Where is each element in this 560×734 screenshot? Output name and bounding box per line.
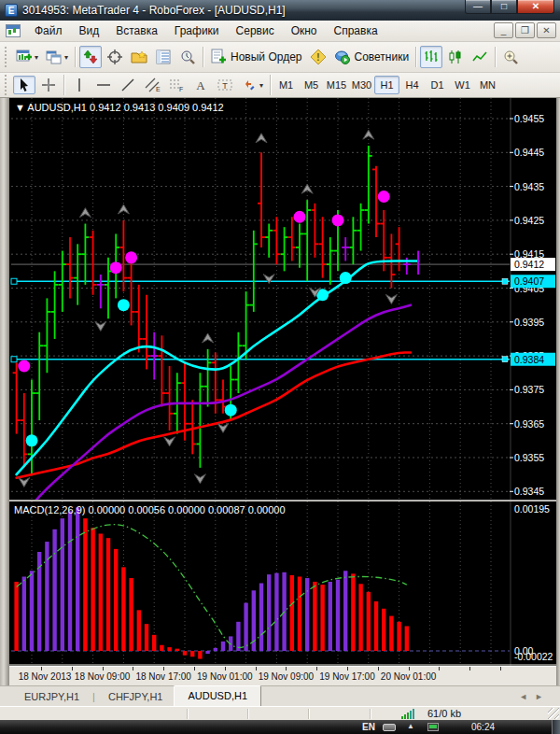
label-button[interactable]: T <box>214 76 236 94</box>
show-desktop-button[interactable] <box>552 720 560 734</box>
auto-scroll-button[interactable] <box>79 46 102 68</box>
timeframe-w1[interactable]: W1 <box>450 76 475 94</box>
menu-4[interactable]: Сервис <box>228 21 283 40</box>
price-axis-label: 0.9345 <box>514 486 544 497</box>
crosshair-target-button[interactable] <box>104 46 126 68</box>
macd-histogram-bar <box>91 528 94 651</box>
chart-tab-eurjpy[interactable]: EURJPY,H1 <box>13 688 91 706</box>
macd-indicator-panel[interactable]: 0.001950.00-0.00022MACD(12,26,9) 0.00000… <box>9 501 556 666</box>
line-chart-button[interactable] <box>469 46 491 68</box>
toolbar-separator <box>63 75 64 95</box>
zoom-in-icon <box>502 49 519 65</box>
language-indicator[interactable]: EN <box>362 722 375 732</box>
expert-advisors-label: Советники <box>355 50 410 64</box>
child-minimize-button[interactable]: _ <box>494 22 513 38</box>
alert-button[interactable]: ! <box>307 46 329 68</box>
templates-button[interactable] <box>128 46 150 68</box>
chart-tab-audusd[interactable]: AUDUSD,H1 <box>174 685 261 706</box>
cursor-button[interactable] <box>13 76 35 94</box>
trendline-button[interactable] <box>117 76 139 94</box>
macd-histogram-bar <box>244 603 247 651</box>
toolbar-separator <box>75 47 76 67</box>
toolbar-grip[interactable] <box>5 75 9 95</box>
macd-histogram-bar <box>343 571 347 651</box>
timeframe-h4[interactable]: H4 <box>399 76 425 94</box>
macd-histogram-bar <box>52 529 56 651</box>
expert-advisors-button[interactable]: Советники <box>331 46 413 68</box>
price-axis-label: 0.9455 <box>514 113 544 124</box>
fibo-icon: F <box>168 77 185 93</box>
child-restore-button[interactable]: ❐ <box>515 22 535 38</box>
timeframe-mn[interactable]: MN <box>475 76 500 94</box>
network-tray-icon[interactable] <box>427 723 439 731</box>
menu-0[interactable]: Файл <box>26 21 71 40</box>
chevron-down-icon[interactable]: ▾ <box>35 53 38 62</box>
window-edge-left <box>0 98 9 685</box>
macd-histogram-bar <box>83 518 87 651</box>
price-chart[interactable]: 0.94550.94450.94350.94250.94150.94050.93… <box>9 98 556 500</box>
keyboard-icon[interactable] <box>383 724 396 731</box>
timeframe-m30[interactable]: M30 <box>349 76 374 94</box>
close-button[interactable]: ✕ <box>517 0 554 14</box>
menu-3[interactable]: Графики <box>166 21 228 40</box>
minimize-button[interactable]: — <box>465 0 491 14</box>
data-window-icon <box>155 49 172 65</box>
svg-text:F: F <box>179 86 183 92</box>
macd-histogram-bar <box>152 635 156 651</box>
timeframe-m15[interactable]: M15 <box>324 76 349 94</box>
data-window-button[interactable] <box>152 46 175 68</box>
toolbar-grip[interactable] <box>5 47 9 67</box>
timeframe-m1[interactable]: M1 <box>273 76 299 94</box>
new-order-button[interactable]: Новый Ордер <box>207 46 304 68</box>
title-bar[interactable]: E 3014953: MetaTrader 4 - RoboForex - [A… <box>0 0 560 21</box>
menu-5[interactable]: Окно <box>283 21 326 40</box>
macd-histogram-bar <box>274 573 278 651</box>
crosshair-target-icon <box>106 49 123 65</box>
candlestick-icon <box>447 49 464 65</box>
status-bar: 61/0 kb <box>0 706 560 720</box>
chevron-down-icon[interactable]: ▾ <box>64 53 68 62</box>
chevron-down-icon[interactable]: ▾ <box>259 81 263 90</box>
profiles-button[interactable]: ▾ <box>43 46 71 68</box>
macd-histogram-bar <box>397 622 400 651</box>
tab-scroll-arrows[interactable]: ◄► <box>519 692 551 701</box>
text-button[interactable]: A <box>189 76 212 94</box>
window-title: 3014953: MetaTrader 4 - RoboForex - [AUD… <box>22 4 286 17</box>
menu-bar: ФайлВидВставкаГрафикиСервисОкноСправка _… <box>0 21 560 42</box>
hline-handle <box>11 278 17 284</box>
chart-tab-chfjpy[interactable]: CHFJPY,H1 <box>97 688 174 706</box>
menu-1[interactable]: Вид <box>71 21 108 40</box>
toolbar-separator <box>270 75 271 95</box>
zoom-in-button[interactable] <box>499 46 522 68</box>
channel-button[interactable]: E <box>141 76 163 94</box>
strategy-tester-button[interactable] <box>176 46 199 68</box>
vline-button[interactable] <box>68 76 91 94</box>
price-axis-label: 0.9355 <box>514 452 544 463</box>
macd-histogram-bar <box>61 518 64 651</box>
menu-2[interactable]: Вставка <box>107 21 166 40</box>
crosshair-button[interactable] <box>37 76 60 94</box>
candlestick-button[interactable] <box>444 46 467 68</box>
menu-6[interactable]: Справка <box>326 21 386 40</box>
macd-histogram-bar <box>313 582 316 651</box>
timeframe-h1[interactable]: H1 <box>374 76 399 94</box>
new-chart-button[interactable]: ▾ <box>13 46 41 68</box>
macd-histogram-bar <box>374 601 378 651</box>
chart-client-area: 0.94550.94450.94350.94250.94150.94050.93… <box>0 98 560 685</box>
hline-button[interactable] <box>92 76 115 94</box>
timeframe-d1[interactable]: D1 <box>425 76 450 94</box>
resize-grip[interactable] <box>548 708 559 719</box>
label-icon: T <box>217 77 233 93</box>
arrows-button[interactable]: ▾ <box>238 76 266 94</box>
child-close-button[interactable]: ✕ <box>537 22 556 38</box>
fibo-button[interactable]: F <box>165 76 188 94</box>
macd-histogram-bar <box>145 624 148 651</box>
timeframe-m5[interactable]: M5 <box>299 76 324 94</box>
bar-chart-button[interactable] <box>420 46 442 68</box>
maximize-button[interactable]: □ <box>491 0 517 14</box>
traffic-counter: 61/0 kb <box>427 708 461 719</box>
toolbar-separator <box>415 47 416 67</box>
tray-expand-icon[interactable]: ▲ <box>407 722 414 730</box>
macd-histogram-bar <box>351 573 355 651</box>
chart-header: ▼ AUDUSD,H1 0.9412 0.9413 0.9409 0.9412 <box>15 102 224 113</box>
